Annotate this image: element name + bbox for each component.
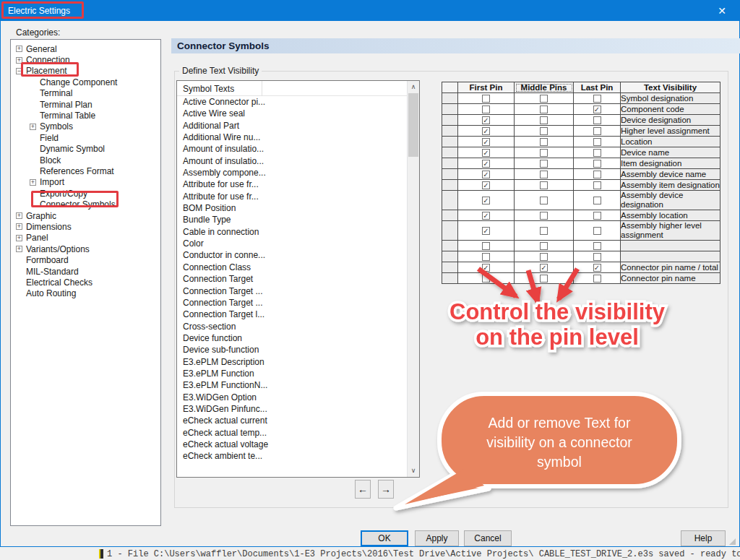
row-selector[interactable] xyxy=(442,180,458,191)
middle-pins-checkbox[interactable] xyxy=(540,227,548,235)
list-item-device-function[interactable]: Device function xyxy=(177,333,407,345)
list-item-echeck-actual-temp[interactable]: eCheck actual temp... xyxy=(177,428,407,439)
list-item-connection-target[interactable]: Connection Target xyxy=(177,274,407,285)
middle-pins-checkbox[interactable] xyxy=(540,127,548,135)
tree-item-label[interactable]: Electrical Checks xyxy=(26,277,92,288)
row-selector[interactable] xyxy=(442,221,458,241)
move-left-button[interactable]: ← xyxy=(355,480,371,499)
last-pin-checkbox[interactable]: ✓ xyxy=(593,105,601,113)
plus-expander-icon[interactable]: + xyxy=(30,179,36,186)
tree-item-label[interactable]: Terminal Table xyxy=(40,111,95,121)
list-item-connection-target[interactable]: Connection Target ... xyxy=(177,286,407,298)
list-item-assembly-compone[interactable]: Assembly compone... xyxy=(177,168,407,179)
last-pin-checkbox[interactable] xyxy=(593,197,601,204)
last-pin-checkbox[interactable] xyxy=(593,242,601,250)
middle-pins-checkbox[interactable] xyxy=(540,242,548,250)
tree-item-label[interactable]: Block xyxy=(40,155,61,165)
row-selector[interactable] xyxy=(442,262,458,273)
resize-grip[interactable] xyxy=(729,538,736,545)
tree-item-mil-standard[interactable]: MIL-Standard xyxy=(11,266,160,277)
row-selector[interactable] xyxy=(442,273,458,284)
tree-item-label[interactable]: Formboard xyxy=(26,255,69,265)
row-selector[interactable] xyxy=(442,241,458,251)
tree-item-block[interactable]: Block xyxy=(11,155,160,165)
symbol-texts-list[interactable]: Symbol Texts Active Connector pi...Activ… xyxy=(176,80,420,478)
last-pin-checkbox[interactable] xyxy=(593,227,601,235)
middle-pins-checkbox[interactable] xyxy=(540,181,548,189)
tree-item-references-format[interactable]: References Format xyxy=(11,165,160,176)
tree-item-graphic[interactable]: +Graphic xyxy=(11,210,160,221)
list-item-connection-target[interactable]: Connection Target ... xyxy=(177,298,407,309)
tree-item-label[interactable]: Terminal xyxy=(40,88,72,98)
first-pin-checkbox[interactable]: ✓ xyxy=(482,212,490,220)
middle-pins-checkbox[interactable] xyxy=(540,116,548,124)
list-item-e3-eplm-description[interactable]: E3.ePLM Description xyxy=(177,357,407,369)
row-selector[interactable] xyxy=(442,115,458,126)
middle-pins-checkbox[interactable] xyxy=(540,197,548,204)
last-pin-checkbox[interactable] xyxy=(593,116,601,124)
row-selector[interactable] xyxy=(442,126,458,137)
tree-item-label[interactable]: Change Component xyxy=(40,77,117,87)
first-pin-checkbox[interactable]: ✓ xyxy=(482,197,490,204)
list-item-conductor-in-conne[interactable]: Conductor in conne... xyxy=(177,250,407,262)
list-item-device-sub-function[interactable]: Device sub-function xyxy=(177,345,407,356)
last-pin-checkbox[interactable] xyxy=(593,275,601,283)
tree-item-label[interactable]: Symbols xyxy=(40,121,73,132)
tree-item-terminal-plan[interactable]: Terminal Plan xyxy=(11,99,160,110)
list-item-attribute-for-use-fr[interactable]: Attribute for use fr... xyxy=(177,191,407,203)
scroll-down-icon[interactable]: ∨ xyxy=(408,465,419,477)
tree-item-label[interactable]: Field xyxy=(40,133,59,143)
first-pin-checkbox[interactable]: ✓ xyxy=(482,264,490,272)
list-item-cable-in-connection[interactable]: Cable in connection xyxy=(177,227,407,238)
list-item-echeck-actual-voltage[interactable]: eCheck actual voltage xyxy=(177,439,407,451)
tree-item-label[interactable]: Graphic xyxy=(26,211,56,221)
tree-item-field[interactable]: Field xyxy=(11,132,160,143)
first-pin-checkbox[interactable]: ✓ xyxy=(482,116,490,124)
last-pin-checkbox[interactable]: ✓ xyxy=(593,264,601,272)
tree-item-label[interactable]: MIL-Standard xyxy=(26,267,79,277)
tree-item-terminal-table[interactable]: Terminal Table xyxy=(11,110,160,121)
list-scrollbar[interactable]: ∧ ∨ xyxy=(407,81,419,477)
tree-item-panel[interactable]: +Panel xyxy=(11,233,160,244)
tree-item-symbols[interactable]: +Symbols xyxy=(11,121,160,132)
middle-pins-checkbox[interactable] xyxy=(540,160,548,168)
middle-pins-checkbox[interactable]: ✓ xyxy=(540,264,548,272)
last-pin-checkbox[interactable] xyxy=(593,212,601,220)
first-pin-checkbox[interactable] xyxy=(482,105,490,113)
list-item-amount-of-insulatio[interactable]: Amount of insulatio... xyxy=(177,144,407,155)
plus-expander-icon[interactable]: + xyxy=(16,246,22,252)
middle-pins-checkbox[interactable] xyxy=(540,171,548,178)
last-pin-checkbox[interactable] xyxy=(593,253,601,261)
tree-item-general[interactable]: +General xyxy=(11,43,160,54)
list-item-e3-eplm-functionn[interactable]: E3.ePLM FunctionN... xyxy=(177,380,407,392)
list-item-color[interactable]: Color xyxy=(177,238,407,250)
list-item-e3-widgen-pinfunc[interactable]: E3.WiDGen Pinfunc... xyxy=(177,404,407,415)
last-pin-checkbox[interactable] xyxy=(593,95,601,103)
first-pin-checkbox[interactable] xyxy=(482,253,490,261)
tree-item-label[interactable]: Import xyxy=(40,177,64,187)
first-pin-checkbox[interactable]: ✓ xyxy=(482,127,490,135)
help-button[interactable]: Help xyxy=(681,530,726,546)
row-selector[interactable] xyxy=(442,251,458,262)
first-pin-checkbox[interactable]: ✓ xyxy=(482,160,490,168)
list-item-amount-of-insulatio[interactable]: Amount of insulatio... xyxy=(177,156,407,168)
row-selector[interactable] xyxy=(442,210,458,221)
scroll-up-icon[interactable]: ∧ xyxy=(408,81,419,93)
list-item-bom-position[interactable]: BOM Position xyxy=(177,203,407,215)
middle-pins-checkbox[interactable] xyxy=(540,275,548,283)
tree-item-variants-options[interactable]: +Variants/Options xyxy=(11,244,160,254)
row-selector[interactable] xyxy=(442,191,458,210)
list-item-additional-wire-nu[interactable]: Additional Wire nu... xyxy=(177,132,407,144)
middle-pins-checkbox[interactable] xyxy=(540,138,548,146)
list-item-echeck-actual-current[interactable]: eCheck actual current xyxy=(177,415,407,427)
tree-item-label[interactable]: Auto Routing xyxy=(26,288,76,298)
tree-item-change-component[interactable]: Change Component xyxy=(11,77,160,87)
list-item-cross-section[interactable]: Cross-section xyxy=(177,322,407,333)
list-item-connection-target-l[interactable]: Connection Target l... xyxy=(177,309,407,321)
first-pin-checkbox[interactable]: ✓ xyxy=(482,227,490,235)
first-pin-checkbox[interactable] xyxy=(482,242,490,250)
row-selector[interactable] xyxy=(442,147,458,158)
last-pin-checkbox[interactable] xyxy=(593,149,601,157)
tree-item-label[interactable]: Dimensions xyxy=(26,222,72,232)
tree-item-label[interactable]: Panel xyxy=(26,233,48,243)
